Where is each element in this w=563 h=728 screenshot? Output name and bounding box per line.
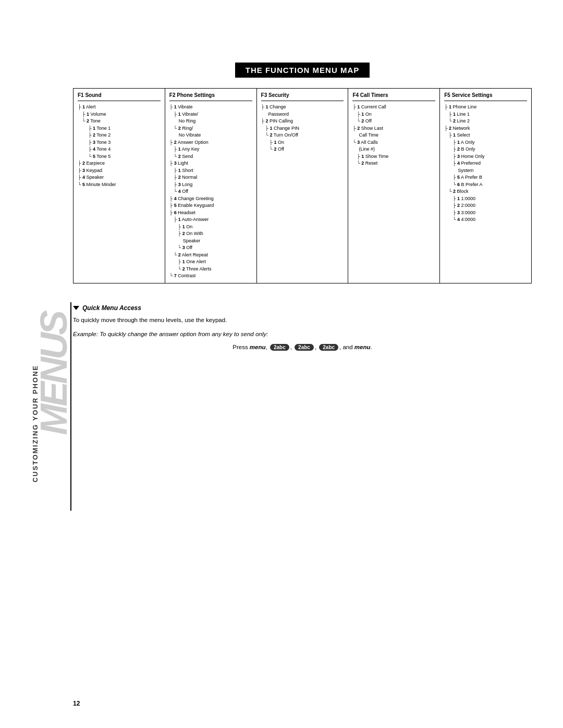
- f1-key: F1: [78, 92, 84, 98]
- example-prefix: Example:: [73, 331, 98, 337]
- press-line: Press menu, 2abc, 2abc, 2abc, and menu.: [73, 344, 532, 351]
- key-badge-1: 2abc: [270, 344, 289, 351]
- f4-header: F4 Call Timers: [352, 92, 435, 101]
- menu-word-1: menu: [250, 344, 266, 350]
- f2-header: F2 Phone Settings: [169, 92, 252, 101]
- f5-key: F5: [444, 92, 450, 98]
- menu-col-f4: F4 Call Timers ├ 1 Current Call ├ 1 On └…: [348, 89, 440, 283]
- key-badge-2: 2abc: [295, 344, 314, 351]
- quick-menu-heading: Quick Menu Access: [82, 304, 141, 312]
- f5-header: F5 Service Settings: [444, 92, 527, 101]
- f4-key: F4: [352, 92, 359, 98]
- quick-menu-title: Quick Menu Access: [73, 304, 532, 312]
- page-number: 12: [73, 700, 80, 707]
- vertical-bar: [70, 302, 71, 511]
- menu-col-f1: F1 Sound ├ 1 Alert ├ 1 Volume └ 2 Tone ├…: [74, 89, 165, 283]
- title-box: THE FUNCTION MENU MAP: [73, 63, 532, 78]
- page-title: THE FUNCTION MENU MAP: [235, 63, 370, 78]
- quick-menu-example: Example: To quickly change the answer op…: [73, 330, 532, 339]
- quick-menu-description: To quickly move through the menu levels,…: [73, 316, 532, 325]
- triangle-icon: [73, 306, 79, 310]
- f5-content: ├ 1 Phone Line ├ 1 Line 1 └ 2 Line 2 ├ 2…: [444, 104, 527, 224]
- menu-col-f5: F5 Service Settings ├ 1 Phone Line ├ 1 L…: [440, 89, 531, 283]
- quick-menu-section: Quick Menu Access To quickly move throug…: [73, 299, 532, 351]
- f4-content: ├ 1 Current Call ├ 1 On └ 2 Off ├ 2 Show…: [352, 104, 435, 167]
- f2-key: F2: [169, 92, 176, 98]
- f1-header: F1 Sound: [78, 92, 161, 101]
- menu-col-f2: F2 Phone Settings ├ 1 Vibrate ├ 1 Vibrat…: [165, 89, 257, 283]
- f2-content: ├ 1 Vibrate ├ 1 Vibrate/ No Ring └ 2 Rin…: [169, 104, 252, 280]
- main-content: THE FUNCTION MENU MAP F1 Sound ├ 1 Alert…: [73, 63, 532, 351]
- sidebar-customizing-label: CUSTOMIZING YOUR PHONE: [31, 365, 39, 483]
- f3-header: F3 Security: [261, 92, 344, 101]
- f3-key: F3: [261, 92, 267, 98]
- menu-col-f3: F3 Security ├ 1 Change Password ├ 2 PIN …: [257, 89, 349, 283]
- page-container: MENUS CUSTOMIZING YOUR PHONE THE FUNCTIO…: [0, 0, 563, 728]
- example-body: To quickly change the answer option from…: [98, 331, 268, 337]
- key-badge-3: 2abc: [319, 344, 338, 351]
- f1-content: ├ 1 Alert ├ 1 Volume └ 2 Tone ├ 1 Tone 1…: [78, 104, 161, 188]
- menu-map: F1 Sound ├ 1 Alert ├ 1 Volume └ 2 Tone ├…: [73, 88, 532, 283]
- f3-content: ├ 1 Change Password ├ 2 PIN Calling ├ 1 …: [261, 104, 344, 153]
- menu-word-2: menu: [354, 344, 371, 350]
